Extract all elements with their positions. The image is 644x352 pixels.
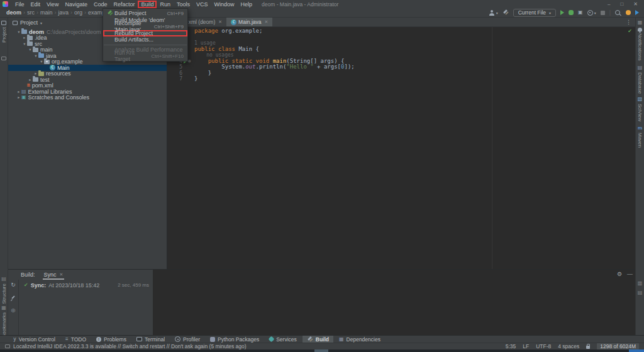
breadcrumb-item-java[interactable]: java	[57, 9, 70, 16]
tool-strip-database[interactable]: ▤ Database	[636, 65, 644, 94]
build-menu-dropdown: Build ProjectCtrl+F9Build Module 'deom'R…	[103, 8, 188, 62]
file-encoding[interactable]: UTF-8	[536, 343, 551, 349]
menu-item-build-artifacts[interactable]: Build Artifacts...	[103, 36, 187, 43]
build-layout-icon-bottom[interactable]: ▤	[636, 290, 644, 295]
menu-item-recompile-main-java[interactable]: Recompile 'Main.java'Ctrl+Shift+F9	[103, 23, 187, 30]
inspections-ok-check-icon[interactable]: ✔	[628, 29, 632, 34]
user-button[interactable]: ▾	[489, 10, 498, 16]
pin-icon[interactable]	[11, 295, 16, 300]
tree-item-external-libraries[interactable]: ▸▤External Libraries	[8, 89, 167, 95]
toolwindow-python-packages[interactable]: Python Packages	[206, 336, 264, 343]
toolwindow-profiler[interactable]: Profiler	[170, 336, 204, 343]
toolwindow-services[interactable]: Services	[265, 336, 301, 343]
chevron-down-icon[interactable]: ▾	[28, 47, 33, 52]
chevron-right-icon[interactable]: ▸	[16, 89, 21, 94]
tree-item-pom-xml[interactable]: mpom.xml	[8, 83, 167, 89]
breadcrumb-item-org[interactable]: org	[73, 9, 84, 16]
menu-navigate[interactable]: Navigate	[62, 1, 91, 8]
tool-strip-maven[interactable]: m Maven	[636, 126, 644, 148]
breadcrumb-item-main[interactable]: main	[39, 9, 54, 16]
chevron-down-icon[interactable]: ▾	[39, 59, 44, 64]
build-tab-sync[interactable]: Sync ✕	[43, 272, 65, 278]
menu-code[interactable]: Code	[91, 1, 111, 8]
tool-strip-bookmarks[interactable]: ▦ Bookmarks	[0, 305, 8, 338]
build-tool-window: Build: Sync ✕ ↻ ◎ ✔ Sync: At 2023/10/18 …	[8, 269, 635, 335]
breadcrumb-item-src[interactable]: src	[26, 9, 36, 16]
chevron-down-icon[interactable]: ▾	[16, 30, 21, 35]
coverage-button[interactable]: ▣	[578, 10, 583, 15]
menu-window[interactable]: Window	[211, 1, 238, 8]
minimize-icon[interactable]: –	[608, 1, 610, 7]
toolwindow-dependencies[interactable]: ▦Dependencies	[335, 336, 385, 343]
libraries-icon: ▤	[21, 89, 26, 94]
tree-item-main[interactable]: CMain	[8, 65, 167, 71]
toolwindow-build[interactable]: Build	[303, 336, 333, 343]
chevron-right-icon[interactable]: ▸	[22, 35, 27, 40]
menu-build[interactable]: Build	[138, 1, 157, 8]
caret-position[interactable]: 5:35	[506, 343, 516, 349]
close-tab-icon[interactable]: ✕	[218, 19, 222, 25]
gear-icon[interactable]: ⚙	[617, 272, 622, 277]
notification-button[interactable]	[626, 10, 631, 15]
toolwindow-terminal[interactable]: Terminal	[132, 336, 169, 343]
profiler-button[interactable]: ▾	[587, 10, 596, 16]
rerun-icon[interactable]: ↻	[11, 282, 16, 288]
tool-strip-layout[interactable]: ▦	[636, 20, 644, 25]
maximize-icon[interactable]: □	[620, 1, 623, 7]
status-message-area[interactable]: Localized IntelliJ IDEA 2022.3.3 is avai…	[5, 343, 247, 349]
hide-panel-icon[interactable]: —	[627, 272, 633, 277]
menu-item-run-ant-target[interactable]: Run Ant TargetCtrl+Shift+F10	[103, 53, 187, 60]
chevron-right-icon[interactable]: ▸	[33, 71, 38, 76]
tool-strip-structure[interactable]: ▤ Structure	[0, 277, 8, 304]
window-controls: – □ ✕	[608, 0, 638, 8]
line-ending[interactable]: LF	[523, 343, 529, 349]
play-button[interactable]	[560, 10, 564, 15]
tree-item-resources[interactable]: ▸resources	[8, 71, 167, 77]
search-button[interactable]	[615, 10, 621, 15]
menu-file[interactable]: File	[12, 1, 28, 8]
ide-button[interactable]	[635, 10, 639, 15]
build-output-console[interactable]: ⚙ —	[153, 270, 635, 335]
breadcrumb-item-deom[interactable]: deom	[5, 9, 23, 16]
hammer-button[interactable]	[502, 9, 509, 16]
chevron-down-icon[interactable]: ▾	[40, 21, 42, 25]
tool-strip-sciview[interactable]: ▧ SciView	[636, 97, 644, 121]
toolwindow-version-control[interactable]: yVersion Control	[9, 336, 60, 343]
lock-icon[interactable]	[586, 346, 590, 349]
indent-setting[interactable]: 4 spaces	[558, 343, 579, 349]
debug-button[interactable]	[569, 10, 574, 15]
code-editor[interactable]: 1package org.example;21 usage3public cla…	[167, 28, 355, 82]
tool-strip-notifications[interactable]: Notifications	[636, 28, 644, 61]
sync-timestamp: At 2023/10/18 15:42	[48, 282, 99, 289]
chevron-down-icon[interactable]: ▾	[22, 41, 27, 47]
toolwindow-todo[interactable]: ≡TODO	[61, 336, 91, 343]
chevron-down-icon[interactable]: ▾	[33, 53, 38, 58]
tool-strip-project[interactable]: Project	[0, 21, 8, 43]
tree-item-scratches-and-consoles[interactable]: ▸▣Scratches and Consoles	[8, 95, 167, 101]
stop-button[interactable]	[601, 11, 605, 15]
menu-run[interactable]: Run	[157, 1, 174, 8]
editor-options-kebab-icon[interactable]: ⋮	[626, 19, 631, 25]
menu-vcs[interactable]: VCS	[193, 1, 211, 8]
menu-tools[interactable]: Tools	[174, 1, 193, 8]
menu-item-build-project[interactable]: Build ProjectCtrl+F9	[103, 10, 187, 17]
menu-help[interactable]: Help	[238, 1, 256, 8]
right-margin-guide	[492, 27, 492, 269]
close-icon[interactable]: ✕	[633, 1, 638, 7]
chevron-right-icon[interactable]: ▸	[16, 95, 21, 100]
close-icon[interactable]: ✕	[60, 272, 64, 277]
memory-indicator[interactable]: 1298 of 6024M	[597, 343, 639, 349]
toolwindow-problems[interactable]: !Problems	[92, 336, 131, 343]
menu-edit[interactable]: Edit	[28, 1, 44, 8]
tool-strip-commit[interactable]	[0, 57, 8, 60]
filter-icon[interactable]: ◎	[11, 308, 16, 313]
menu-item-rebuild-project[interactable]: Rebuild Project	[103, 30, 187, 37]
editor-tab-main-java[interactable]: CMain.java✕	[226, 18, 272, 26]
close-tab-icon[interactable]: ✕	[265, 19, 269, 25]
run-configuration-combo[interactable]: Current File▾	[513, 9, 556, 17]
chevron-right-icon[interactable]: ▸	[28, 77, 33, 82]
tree-item-test[interactable]: ▸test	[8, 77, 167, 83]
menu-refactor[interactable]: Refactor	[110, 1, 138, 8]
build-layout-icon-top[interactable]: ▥	[636, 281, 644, 286]
menu-view[interactable]: View	[43, 1, 62, 8]
